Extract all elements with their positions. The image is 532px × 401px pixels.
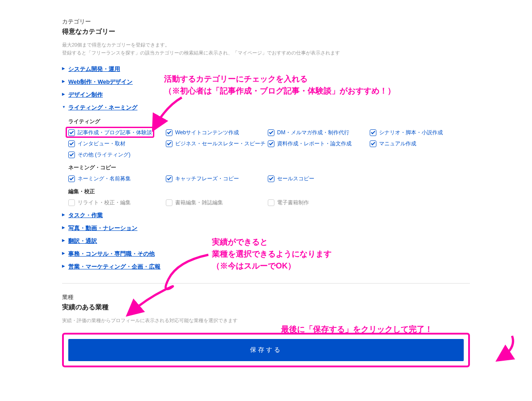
check-label: インタビュー・取材: [78, 140, 125, 148]
check-web-content[interactable]: Webサイトコンテンツ作成: [166, 129, 268, 136]
subheading-writing: ライティング: [68, 118, 470, 125]
check-label: 書籍編集・雑誌編集: [175, 199, 223, 206]
check-label: 電子書籍制作: [277, 199, 309, 206]
check-label: キャッチフレーズ・コピー: [175, 175, 239, 183]
check-report[interactable]: 資料作成・レポート・論文作成: [268, 140, 370, 148]
category-writing-naming[interactable]: ライティング・ネーミング: [62, 104, 137, 111]
check-article-blog[interactable]: 記事作成・ブログ記事・体験談: [68, 129, 166, 136]
check-label: Webサイトコンテンツ作成: [175, 129, 239, 136]
check-label: セールスコピー: [277, 175, 314, 183]
save-button-highlight: 保存する: [62, 333, 470, 367]
section-title: 得意なカテゴリー: [62, 27, 470, 36]
subheading-naming: ネーミング・コピー: [68, 164, 470, 171]
check-label: リライト・校正・編集: [78, 199, 131, 206]
category-office[interactable]: 事務・コンサル・専門職・その他: [62, 250, 155, 257]
check-business-letter[interactable]: ビジネス・セールスレター・スピーチ: [166, 140, 268, 148]
check-label: ビジネス・セールスレター・スピーチ: [175, 140, 266, 148]
check-label: マニュアル作成: [379, 140, 416, 148]
checkbox-icon: [68, 129, 75, 136]
check-interview[interactable]: インタビュー・取材: [68, 140, 166, 148]
category-web[interactable]: Web制作・Webデザイン: [62, 78, 133, 85]
check-label: ネーミング・名前募集: [78, 175, 131, 183]
category-translation[interactable]: 翻訳・通訳: [62, 237, 97, 244]
industry-desc: 実績・評価の業種からプロフィールに表示される対応可能な業種を選択できます: [62, 317, 470, 325]
category-system-dev[interactable]: システム開発・運用: [62, 66, 120, 72]
check-label: 資料作成・レポート・論文作成: [277, 140, 352, 148]
industry-label: 業種: [62, 293, 470, 301]
check-sales-copy[interactable]: セールスコピー: [268, 175, 370, 183]
check-label: その他 (ライティング): [78, 151, 130, 159]
check-manual[interactable]: マニュアル作成: [370, 140, 467, 148]
section-label: カテゴリー: [62, 18, 470, 26]
check-naming[interactable]: ネーミング・名前募集: [68, 175, 166, 183]
check-label: シナリオ・脚本・小説作成: [379, 129, 443, 136]
category-sales-marketing[interactable]: 営業・マーケティング・企画・広報: [62, 263, 160, 270]
check-catchphrase[interactable]: キャッチフレーズ・コピー: [166, 175, 268, 183]
category-task[interactable]: タスク・作業: [62, 212, 103, 218]
check-label: DM・メルマガ作成・制作代行: [277, 129, 349, 136]
check-rewrite[interactable]: リライト・校正・編集: [68, 199, 166, 206]
category-design[interactable]: デザイン制作: [62, 91, 103, 98]
subheading-editing: 編集・校正: [68, 188, 470, 195]
category-photo-video[interactable]: 写真・動画・ナレーション: [62, 225, 137, 231]
divider: [62, 283, 470, 284]
save-button[interactable]: 保存する: [68, 339, 464, 361]
industry-title: 実績のある業種: [62, 303, 470, 311]
writing-subblock: ライティング 記事作成・ブログ記事・体験談 Webサイトコンテンツ作成 DM・メ…: [68, 118, 470, 206]
category-list: システム開発・運用 Web制作・Webデザイン デザイン制作 ライティング・ネー…: [62, 65, 470, 271]
check-label: 記事作成・ブログ記事・体験談: [78, 129, 152, 136]
check-other-writing[interactable]: その他 (ライティング): [68, 151, 166, 159]
check-ebook[interactable]: 電子書籍制作: [268, 199, 370, 206]
section-description: 最大20個まで得意なカテゴリーを登録できます。 登録すると「フリーランスを探す」…: [62, 41, 470, 57]
check-book-edit[interactable]: 書籍編集・雑誌編集: [166, 199, 268, 206]
desc-line-1: 最大20個まで得意なカテゴリーを登録できます。: [62, 42, 170, 47]
check-dm-mail[interactable]: DM・メルマガ作成・制作代行: [268, 129, 370, 136]
desc-line-2: 登録すると「フリーランスを探す」の該当カテゴリーの検索結果に表示され、「マイペー…: [62, 50, 340, 55]
check-scenario[interactable]: シナリオ・脚本・小説作成: [370, 129, 467, 136]
